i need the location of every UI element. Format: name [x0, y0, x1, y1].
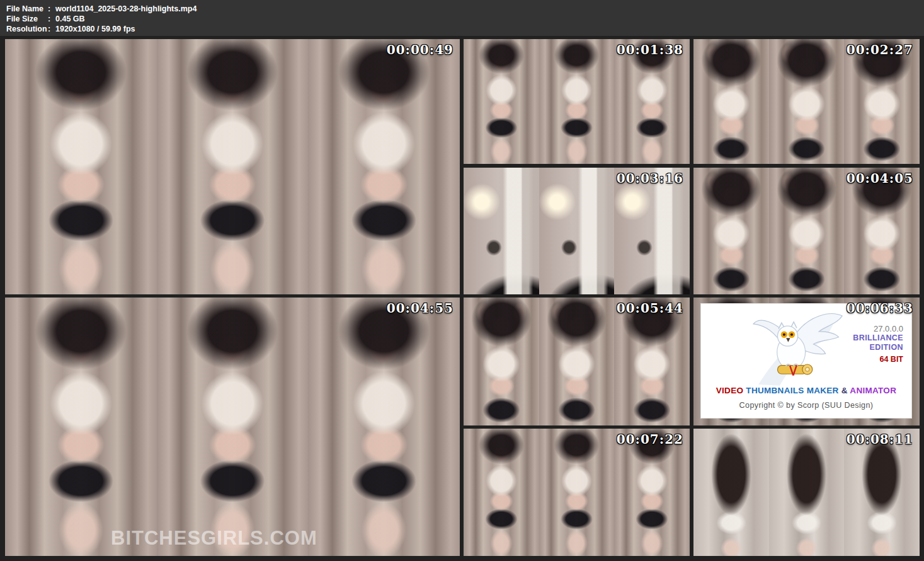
thumbnail-cell: 00:02:27: [693, 39, 920, 164]
video-frame-placeholder: [693, 168, 920, 294]
version-number: 27.0.0.0: [853, 324, 903, 333]
separator: :: [48, 14, 55, 24]
frame-panel: [693, 429, 769, 556]
contact-sheet: { "header": { "file_name_label": "File N…: [0, 0, 924, 561]
timestamp-overlay: 00:04:55: [387, 301, 453, 316]
timestamp-overlay: 00:08:11: [847, 432, 913, 447]
file-size-value: 0.45 GB: [55, 14, 85, 23]
resolution-value: 1920x1080 / 59.99 fps: [55, 25, 135, 33]
file-size-label: File Size: [6, 14, 48, 24]
file-name-value: world1104_2025-03-28-highlights.mp4: [55, 4, 197, 13]
thumbnail-cell: 00:08:11: [693, 429, 920, 556]
frame-panel: [844, 168, 920, 294]
frame-panel: [308, 39, 460, 294]
product-video: VIDEO: [716, 386, 744, 395]
edition-line2: EDITION: [853, 343, 903, 352]
separator: :: [48, 24, 55, 34]
product-title: VIDEO THUMBNAILS MAKER & ANIMATOR: [701, 386, 911, 395]
frame-panel: [693, 168, 769, 294]
video-frame-placeholder: [464, 298, 690, 425]
frame-panel: [539, 39, 615, 164]
frame-panel: [614, 39, 690, 164]
video-frame-placeholder: [693, 39, 920, 164]
frame-panel: [844, 39, 920, 164]
frame-panel: [464, 39, 539, 164]
frame-panel: [464, 168, 539, 294]
file-name-label: File Name: [6, 4, 48, 14]
frame-panel: [614, 429, 690, 556]
frame-panel: [614, 298, 690, 425]
timestamp-overlay: 00:04:05: [847, 171, 913, 186]
frame-panel: [539, 429, 615, 556]
timestamp-overlay: 00:00:49: [387, 42, 453, 57]
timestamp-overlay: 00:06:33: [847, 301, 913, 316]
frame-panel: [769, 39, 845, 164]
frame-panel: [157, 298, 309, 556]
video-frame-placeholder: [693, 429, 920, 556]
timestamp-overlay: 00:07:22: [617, 432, 683, 447]
timestamp-overlay: 00:03:16: [617, 171, 683, 186]
resolution-label: Resolution: [6, 24, 48, 34]
product-animator: ANIMATOR: [850, 386, 896, 395]
video-frame-placeholder: [5, 39, 460, 294]
thumbnail-cell: 00:00:49: [5, 39, 460, 294]
frame-panel: [844, 429, 920, 556]
frame-panel: [5, 39, 157, 294]
resolution-row: Resolution:1920x1080 / 59.99 fps: [6, 24, 924, 34]
version-block: 27.0.0.0 BRILLIANCE EDITION 64 BIT: [853, 324, 903, 364]
video-frame-placeholder: [464, 39, 690, 164]
video-frame-placeholder: [464, 429, 690, 556]
frame-panel: [308, 298, 460, 556]
edition-line1: BRILLIANCE: [853, 333, 903, 343]
frame-panel: [693, 39, 769, 164]
file-size-row: File Size:0.45 GB: [6, 14, 924, 24]
file-info-header: File Name:world1104_2025-03-28-highlight…: [0, 0, 924, 36]
product-ampersand: &: [841, 386, 848, 395]
frame-panel: [539, 168, 615, 294]
thumbnail-cell: 00:03:16: [464, 168, 690, 294]
thumbnail-cell: 00:01:38: [464, 39, 690, 164]
owl-logo-icon: [743, 307, 844, 391]
frame-panel: [157, 39, 309, 294]
video-frame-placeholder: [464, 168, 690, 294]
copyright-text: Copyright © by Scorp (SUU Design): [701, 401, 911, 410]
vtm-logo-panel: 27.0.0.0 BRILLIANCE EDITION 64 BIT VIDEO…: [700, 303, 912, 419]
thumbnail-cell: 00:04:55 BITCHESGIRLS.COM: [5, 298, 460, 556]
frame-panel: [464, 429, 539, 556]
timestamp-overlay: 00:01:38: [617, 42, 683, 57]
thumbnail-cell: 00:07:22: [464, 429, 690, 556]
file-name-row: File Name:world1104_2025-03-28-highlight…: [6, 4, 924, 14]
frame-panel: [614, 168, 690, 294]
bitness-text: 64 BIT: [853, 355, 903, 364]
thumbnail-cell: 00:04:05: [693, 168, 920, 294]
video-frame-placeholder: [5, 298, 460, 556]
thumbnail-cell: 00:05:44: [464, 298, 690, 425]
watermark-text: BITCHESGIRLS.COM: [111, 527, 317, 550]
timestamp-overlay: 00:02:27: [847, 42, 913, 57]
frame-panel: [5, 298, 157, 556]
frame-panel: [769, 168, 845, 294]
thumbnail-cell-logo: 27.0.0.0 BRILLIANCE EDITION 64 BIT VIDEO…: [693, 298, 920, 425]
frame-panel: [769, 429, 845, 556]
separator: :: [48, 4, 55, 14]
frame-panel: [539, 298, 615, 425]
timestamp-overlay: 00:05:44: [617, 301, 683, 316]
product-maker: THUMBNAILS MAKER: [746, 386, 838, 395]
frame-panel: [464, 298, 539, 425]
